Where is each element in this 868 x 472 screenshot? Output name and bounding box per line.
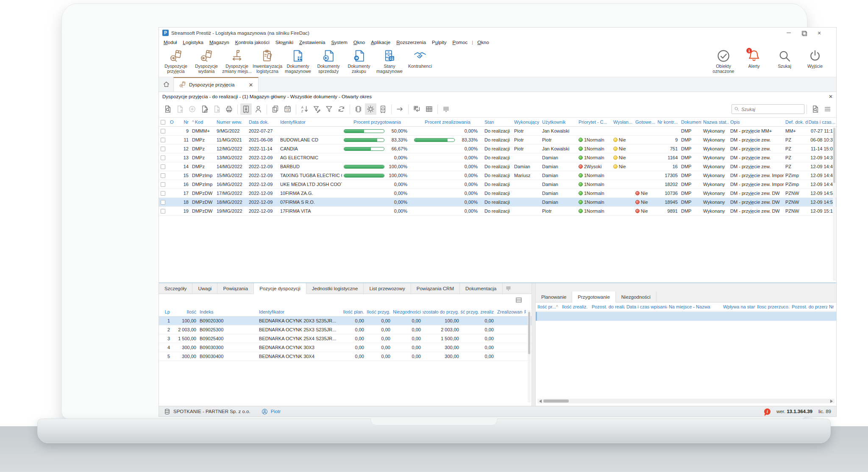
tab-szczegóły[interactable]: Szczegóły [159,283,192,294]
menu-item-s-owniki[interactable]: Słowniki [273,40,296,45]
close-icon[interactable]: × [812,28,827,38]
sort-az-icon[interactable]: AZ [299,103,310,115]
menu-item-pomoc[interactable]: Pomoc [449,40,470,45]
column-header[interactable]: Def. dok. d... [784,118,808,126]
column-header[interactable]: Ilość przyg. [366,308,392,316]
tab-pozycje-dyspozycji[interactable]: Pozycje dyspozycji [254,283,306,294]
tab-list-przewozowy[interactable]: List przewozowy [364,283,411,294]
menu-item-okno[interactable]: Okno [351,40,368,45]
scroll-right-icon[interactable] [830,400,833,403]
wardrobe-icon[interactable] [240,103,252,115]
column-header[interactable]: Ilość plan. [340,308,366,316]
column-header[interactable]: Pro [523,308,526,316]
column-header[interactable]: Data dok. [247,118,278,126]
table-row[interactable]: 16DMPzImp16/MG/20222022-12-09UKE MEDIA L… [159,180,836,189]
toolbar-button-dispatch-in[interactable]: Dyspozycje przyjęcia [161,47,191,77]
toolbar-button-search[interactable]: Szukaj [769,47,800,77]
menu-item-system[interactable]: System [328,40,350,45]
column-header[interactable]: Procent zrealizowania [412,118,483,126]
cabinet-icon[interactable] [377,103,389,115]
table-row[interactable]: 4300,00B09030300BEDNARKA OCYNK 30X30,000… [159,343,531,352]
column-header[interactable]: Na miejsce - Nazwa [667,303,721,311]
row-checkbox[interactable] [161,155,165,160]
menu-item-modu-[interactable]: Moduł [161,40,180,45]
hamburger-icon[interactable] [822,103,833,115]
table-row[interactable]: 22 003,00B09025300BEDNARKA OCYNK 25X3 S2… [159,325,531,334]
toolbar-button-dispatch-move[interactable]: Dyspozycje zmiany miejs... [222,47,252,77]
column-header[interactable]: Ilość zrealiz. [560,303,590,311]
gear-icon[interactable] [365,103,376,115]
column-header[interactable]: Nr [176,118,190,126]
table-row[interactable]: 14DMPz14/MG/20222022-12-09BARBUD100,00%0… [159,162,836,171]
toolbar-button-inventory[interactable]: Inwentaryzacja logistyczna [252,47,283,77]
stacked-rows-icon[interactable] [515,296,523,305]
column-header[interactable]: Stan [483,118,512,126]
row-checkbox[interactable] [161,191,165,196]
column-header[interactable]: Identyfikator [278,118,342,126]
table-row[interactable]: 19DMPzDW19/MG/20222022-12-0917FIRMA VITA… [159,207,836,216]
info-bubble-icon[interactable]: i [764,408,771,415]
column-header[interactable]: Wykonujący [512,118,540,126]
column-header[interactable]: Data i czas... [808,118,837,126]
table-row[interactable]: 11DMPz11/MG/20212021-06-08BUDOWLANE CD83… [159,136,836,144]
preview-document-icon[interactable] [810,103,821,115]
preparation-horizontal-scrollbar[interactable] [537,399,835,403]
tab-przygotowanie[interactable]: Przygotowanie [572,292,615,303]
scroll-left-icon[interactable] [539,400,542,403]
tab-dokumentacja[interactable]: Dokumentacja [460,283,503,294]
row-checkbox[interactable] [161,173,165,178]
documents-icon[interactable] [353,103,364,115]
column-header[interactable]: Ilość przyg. zrealiz [461,308,495,316]
menu-item-kontrola-jako-ci[interactable]: Kontrola jakości [232,40,273,45]
column-header[interactable]: Wpływa na stan [721,303,755,311]
column-header[interactable]: Ilość pr... ^ [536,303,560,311]
toolbar-button-stock-levels[interactable]: Stany magazynowe [374,47,405,77]
panel-splitter[interactable] [531,283,536,406]
tab-uwagi[interactable]: Uwagi [192,283,217,294]
table-row[interactable]: 17DMPzDW17/MG/20222022-12-0910FIRMA ZA.G… [159,189,836,198]
tab-planowanie[interactable]: Planowanie [536,292,572,302]
column-header[interactable]: O [168,118,176,126]
menu-item-logistyka[interactable]: Logistyka [180,40,206,45]
minimize-icon[interactable] [781,28,796,38]
preview-document-icon[interactable] [162,103,173,115]
home-tab-button[interactable] [159,77,173,92]
tab-jednostki-logistyczne[interactable]: Jednostki logistyczne [306,283,364,294]
column-header[interactable]: Lp [159,308,172,316]
column-header[interactable]: Nazwa stat... [701,118,729,126]
table-row[interactable]: 5300,00B09030400BEDNARKA OCYNK 30X40,000… [159,352,531,361]
table-row[interactable]: 9DMMM+9/MG/20222022-07-2750,00%0,00%Do r… [159,127,836,136]
menu-item-magazyn[interactable]: Magazyn [206,40,232,45]
column-header[interactable]: Zrealizowano [495,308,523,316]
menu-item-okno[interactable]: Okno [474,40,492,45]
toolbar-button-dispatch-out[interactable]: Dyspozycje wydania [191,47,222,77]
toolbar-button-bell[interactable]: 1Alerty [739,47,769,77]
search-input[interactable] [732,104,804,114]
menu-item-pulpity[interactable]: Pulpity [429,40,450,45]
row-checkbox[interactable] [161,200,165,205]
table-row[interactable]: 13DMPz13/MG/20222022-12-09AG ELECTRONIC0… [159,153,836,162]
column-header[interactable]: Data i czas wpisania [625,303,667,311]
column-header[interactable]: Wysłan... [612,118,634,126]
toolbar-button-power[interactable]: Wyjście [800,47,830,77]
column-header[interactable]: Opis [729,118,784,126]
tabs-overflow-icon[interactable] [505,283,512,294]
menu-item-aplikacje[interactable]: Aplikacje [368,40,393,45]
select-all-checkbox[interactable] [161,120,165,125]
tab-niezgodności[interactable]: Niezgodności [616,292,657,302]
toolbar-button-warehouse-document[interactable]: Dokumenty magazynowe [283,47,313,77]
person-icon[interactable] [253,103,264,115]
column-header[interactable]: Pozost. do realiz. [590,303,625,311]
row-checkbox[interactable] [161,182,165,187]
column-header[interactable]: Procent przygotowania [342,118,412,126]
refresh-icon[interactable] [336,103,347,115]
column-header[interactable]: Ilość [172,308,198,316]
row-checkbox[interactable] [161,209,165,214]
column-header[interactable]: Użytkownik [540,118,577,126]
copy-documents-icon[interactable] [270,103,281,115]
tab-powiązania-crm[interactable]: Powiązania CRM [411,283,460,294]
arrow-right-icon[interactable] [394,103,406,115]
toolbar-button-purchase-document[interactable]: Dokumenty zakupu [344,47,374,77]
table-return-icon[interactable] [411,103,423,115]
table-row[interactable]: 12DMPz12/MG/20222022-11-14CANDIA66,67%0,… [159,144,836,153]
